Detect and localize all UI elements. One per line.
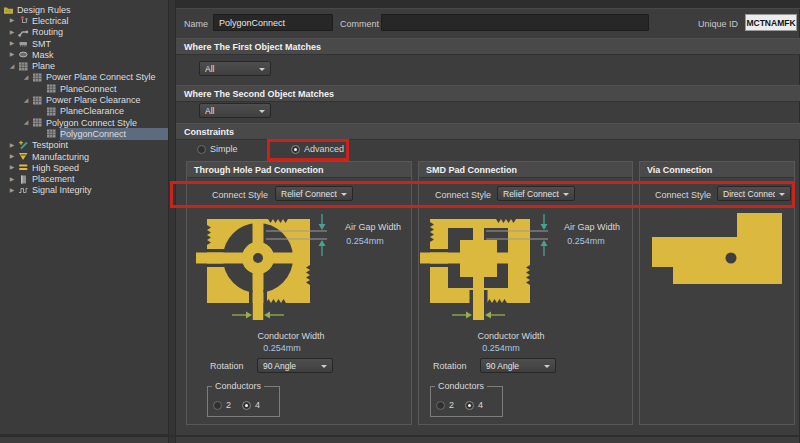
tree-item-label: Routing	[32, 27, 63, 37]
air-gap-width-value: 0.254mm	[567, 236, 605, 246]
chevron-down-icon	[341, 193, 347, 199]
tree-item-high-speed[interactable]: High Speed	[0, 162, 168, 173]
conductors-2-radio[interactable]: 2	[213, 400, 231, 410]
tree-item-label: Polygon Connect Style	[46, 118, 137, 128]
through-hole-connect-style-dropdown[interactable]: Relief Connect	[275, 186, 353, 201]
expander-icon[interactable]	[6, 61, 18, 72]
tree-item-mask[interactable]: Mask	[0, 49, 168, 60]
tree-item-label: Manufacturing	[32, 152, 89, 162]
conductor-width-label: Conductor Width	[257, 331, 324, 341]
expander-icon[interactable]	[6, 15, 18, 26]
tree-item-electrical[interactable]: Electrical	[0, 15, 168, 26]
first-object-matches-header: Where The First Object Matches	[176, 38, 800, 55]
air-gap-width-value: 0.254mm	[346, 236, 384, 246]
tree-item-polygon-connect-style[interactable]: Polygon Connect Style	[0, 117, 168, 128]
tree-item-routing[interactable]: Routing	[0, 27, 168, 38]
electrical-icon	[18, 15, 29, 26]
rules-tree: Design Rules Electrical Routing SMT Mask…	[0, 0, 168, 435]
conductors-4-radio[interactable]: 4	[242, 400, 260, 410]
placement-icon	[18, 174, 29, 185]
expander-icon[interactable]	[6, 140, 18, 151]
via-connect-style-dropdown[interactable]: Direct Connect	[717, 186, 791, 201]
chevron-down-icon	[779, 193, 785, 199]
conductor-width-label: Conductor Width	[477, 331, 544, 341]
expander-icon[interactable]	[6, 38, 18, 49]
smd-conductors-group: Conductors 2 4	[430, 386, 503, 417]
through-hole-rotation-dropdown[interactable]: 90 Angle	[257, 358, 333, 373]
tree-item-plane[interactable]: Plane	[0, 60, 168, 71]
panel-title: Via Connection	[640, 162, 794, 178]
rule-grid-icon	[46, 128, 57, 139]
expander-icon[interactable]	[20, 117, 32, 128]
name-input[interactable]	[213, 14, 333, 31]
chevron-down-icon	[544, 365, 550, 371]
rule-editor-panel: Name Comment Unique ID MCTNAMFK Where Th…	[176, 0, 800, 443]
rotation-label: Rotation	[210, 361, 244, 371]
simple-radio[interactable]: Simple	[197, 144, 238, 154]
rule-grid-icon	[32, 95, 43, 106]
second-object-scope-dropdown[interactable]: All	[199, 103, 271, 118]
conductors-2-radio[interactable]: 2	[436, 400, 454, 410]
air-gap-width-label: Air Gap Width	[345, 222, 401, 232]
tree-item-planeclearance[interactable]: PlaneClearance	[0, 106, 168, 117]
first-object-scope-dropdown[interactable]: All	[199, 61, 271, 76]
plane-icon	[18, 61, 29, 72]
tree-item-manufacturing[interactable]: Manufacturing	[0, 151, 168, 162]
panel-title: SMD Pad Connection	[419, 162, 632, 178]
panel-splitter[interactable]	[168, 0, 176, 443]
conductors-4-radio[interactable]: 4	[465, 400, 483, 410]
expander-icon[interactable]	[6, 27, 18, 38]
expander-icon[interactable]	[20, 95, 32, 106]
smd-rotation-dropdown[interactable]: 90 Angle	[480, 358, 556, 373]
connect-style-label: Connect Style	[435, 190, 491, 200]
second-object-matches-header: Where The Second Object Matches	[176, 85, 800, 102]
conductor-width-value: 0.254mm	[482, 343, 520, 353]
radio-icon	[242, 401, 251, 410]
tree-item-design-rules[interactable]: Design Rules	[0, 4, 168, 15]
conductors-label: Conductors	[212, 381, 264, 391]
tree-item-label: SMT	[32, 39, 51, 49]
tree-item-label: Power Plane Clearance	[46, 95, 141, 105]
radio-icon	[291, 145, 300, 154]
advanced-radio[interactable]: Advanced	[291, 144, 344, 154]
chevron-down-icon	[259, 68, 265, 74]
mask-icon	[18, 49, 29, 60]
tree-item-power-plane-clearance[interactable]: Power Plane Clearance	[0, 94, 168, 105]
tree-item-label: Placement	[32, 174, 75, 184]
manufacturing-icon	[18, 151, 29, 162]
expander-icon[interactable]	[6, 162, 18, 173]
expander-icon[interactable]	[6, 185, 18, 196]
top-strip	[176, 0, 800, 9]
air-gap-width-label: Air Gap Width	[564, 222, 620, 232]
tree-item-label: Design Rules	[17, 5, 71, 15]
conductors-label: Conductors	[435, 381, 487, 391]
folder-icon	[3, 4, 14, 15]
comment-label: Comment	[340, 19, 379, 29]
tree-item-placement[interactable]: Placement	[0, 173, 168, 184]
bottom-border	[0, 435, 800, 437]
tree-item-smt[interactable]: SMT	[0, 38, 168, 49]
tree-item-power-plane-connect-style[interactable]: Power Plane Connect Style	[0, 72, 168, 83]
tree-item-testpoint[interactable]: Testpoint	[0, 140, 168, 151]
via-direct-connect-diagram	[646, 205, 796, 295]
tree-item-label: High Speed	[32, 163, 79, 173]
smd-connect-style-dropdown[interactable]: Relief Connect	[497, 186, 575, 201]
tree-item-signal-integrity[interactable]: Signal Integrity	[0, 185, 168, 196]
tree-item-polygonconnect[interactable]: PolygonConnect	[0, 128, 168, 139]
high-speed-icon	[18, 162, 29, 173]
rule-grid-icon	[32, 72, 43, 83]
tree-item-label: PlaneConnect	[60, 84, 117, 94]
tree-item-planeconnect[interactable]: PlaneConnect	[0, 83, 168, 94]
tree-item-label: Signal Integrity	[32, 185, 92, 195]
tree-item-label: Power Plane Connect Style	[46, 72, 156, 82]
expander-icon[interactable]	[20, 72, 32, 83]
chevron-down-icon	[321, 365, 327, 371]
expander-icon[interactable]	[6, 151, 18, 162]
comment-input[interactable]	[381, 14, 649, 31]
radio-icon	[436, 401, 445, 410]
expander-icon[interactable]	[6, 174, 18, 185]
chevron-down-icon	[259, 110, 265, 116]
routing-icon	[18, 27, 29, 38]
expander-icon[interactable]	[6, 49, 18, 60]
radio-icon	[465, 401, 474, 410]
